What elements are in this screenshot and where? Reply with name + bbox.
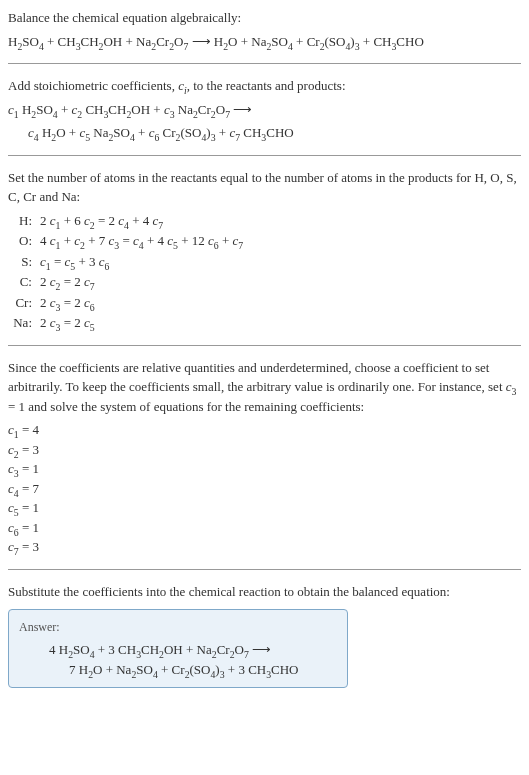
atom-row: Cr: 2 c3 = 2 c6	[12, 293, 521, 313]
coeff-row: c4 = 7	[8, 479, 521, 499]
atom-eq-cr: 2 c3 = 2 c6	[40, 293, 95, 313]
stoich-intro-pre: Add stoichiometric coefficients,	[8, 78, 178, 93]
coeff-row: c5 = 1	[8, 498, 521, 518]
coeff-equation-line2: c4 H2O + c5 Na2SO4 + c6 Cr2(SO4)3 + c7 C…	[28, 123, 521, 143]
atom-row: C: 2 c2 = 2 c7	[12, 272, 521, 292]
atom-row: O: 4 c1 + c2 + 7 c3 = c4 + 4 c5 + 12 c6 …	[12, 231, 521, 251]
atom-row: H: 2 c1 + 6 c2 = 2 c4 + 4 c7	[12, 211, 521, 231]
coeff-row: c7 = 3	[8, 537, 521, 557]
coeff-row: c1 = 4	[8, 420, 521, 440]
coeff-equation-line1: c1 H2SO4 + c2 CH3CH2OH + c3 Na2Cr2O7 ⟶	[8, 100, 521, 120]
coeff-row: c2 = 3	[8, 440, 521, 460]
section-balance-intro: Balance the chemical equation algebraica…	[8, 8, 521, 51]
section-stoichiometric: Add stoichiometric coefficients, ci, to …	[8, 76, 521, 143]
unbalanced-equation: H2SO4 + CH3CH2OH + Na2Cr2O7 ⟶ H2O + Na2S…	[8, 32, 521, 52]
balanced-equation-line1: 4 H2SO4 + 3 CH3CH2OH + Na2Cr2O7 ⟶	[49, 640, 337, 660]
atom-eq-h: 2 c1 + 6 c2 = 2 c4 + 4 c7	[40, 211, 163, 231]
solve-intro-p2: and solve the system of equations for th…	[25, 399, 364, 414]
atom-equations-table: H: 2 c1 + 6 c2 = 2 c4 + 4 c7 O: 4 c1 + c…	[12, 211, 521, 333]
atom-row: S: c1 = c5 + 3 c6	[12, 252, 521, 272]
answer-intro: Substitute the coefficients into the che…	[8, 582, 521, 602]
divider	[8, 569, 521, 570]
coeff-row: c3 = 1	[8, 459, 521, 479]
balanced-equation-line2: 7 H2O + Na2SO4 + Cr2(SO4)3 + 3 CH3CHO	[69, 660, 337, 680]
atom-label-s: S:	[12, 252, 40, 272]
atom-label-c: C:	[12, 272, 40, 292]
balance-intro-text: Balance the chemical equation algebraica…	[8, 8, 521, 28]
divider	[8, 155, 521, 156]
atom-label-h: H:	[12, 211, 40, 231]
answer-box: Answer: 4 H2SO4 + 3 CH3CH2OH + Na2Cr2O7 …	[8, 609, 348, 688]
atom-eq-s: c1 = c5 + 3 c6	[40, 252, 109, 272]
stoich-var: ci	[178, 78, 187, 93]
section-atoms: Set the number of atoms in the reactants…	[8, 168, 521, 333]
divider	[8, 63, 521, 64]
stoich-intro: Add stoichiometric coefficients, ci, to …	[8, 76, 521, 96]
atom-eq-na: 2 c3 = 2 c5	[40, 313, 95, 333]
atom-label-o: O:	[12, 231, 40, 251]
solve-intro-p1: Since the coefficients are relative quan…	[8, 360, 506, 395]
atoms-intro: Set the number of atoms in the reactants…	[8, 168, 521, 207]
coefficient-list: c1 = 4 c2 = 3 c3 = 1 c4 = 7 c5 = 1 c6 = …	[8, 420, 521, 557]
atom-label-cr: Cr:	[12, 293, 40, 313]
coeff-row: c6 = 1	[8, 518, 521, 538]
atom-row: Na: 2 c3 = 2 c5	[12, 313, 521, 333]
section-solve: Since the coefficients are relative quan…	[8, 358, 521, 557]
atom-eq-o: 4 c1 + c2 + 7 c3 = c4 + 4 c5 + 12 c6 + c…	[40, 231, 243, 251]
atom-label-na: Na:	[12, 313, 40, 333]
divider	[8, 345, 521, 346]
answer-label: Answer:	[19, 618, 337, 636]
solve-intro: Since the coefficients are relative quan…	[8, 358, 521, 417]
section-answer: Substitute the coefficients into the che…	[8, 582, 521, 689]
atom-eq-c: 2 c2 = 2 c7	[40, 272, 95, 292]
stoich-intro-post: , to the reactants and products:	[187, 78, 346, 93]
